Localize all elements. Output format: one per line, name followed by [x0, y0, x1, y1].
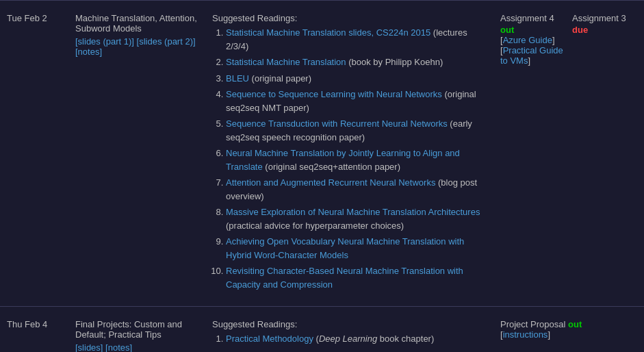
- notes-link-2[interactable]: [notes]: [105, 342, 132, 352]
- reading-item-1-4: Sequence to Sequence Learning with Neura…: [226, 88, 487, 114]
- reading-suffix-1-8: (practical advice for hyperparameter cho…: [226, 221, 404, 231]
- reading-suffix-1-3: (original paper): [252, 73, 311, 84]
- readings-col-1: Suggested Readings: Statistical Machine …: [205, 8, 493, 299]
- readings-list-2: Practical Methodology (Deep Learning boo…: [212, 332, 487, 346]
- reading-item-1-6: Neural Machine Translation by Jointly Le…: [226, 147, 487, 173]
- readings-list-1: Statistical Machine Translation slides, …: [212, 26, 487, 291]
- topic-links-1: [slides (part 1)] [slides (part 2)] [not…: [75, 36, 198, 57]
- reading-link-1-4[interactable]: Sequence to Sequence Learning with Neura…: [226, 89, 442, 99]
- practical-guide-link[interactable]: Practical Guide to VMs: [500, 45, 563, 66]
- reading-item-1-5: Sequence Transduction with Recurrent Neu…: [226, 117, 487, 144]
- schedule-row-1: Tue Feb 2 Machine Translation, Attention…: [0, 0, 644, 306]
- reading-link-1-5[interactable]: Sequence Transduction with Recurrent Neu…: [226, 118, 448, 129]
- readings-header-1: Suggested Readings:: [212, 13, 487, 23]
- instructions-link[interactable]: instructions: [503, 329, 548, 340]
- schedule-table: Tue Feb 2 Machine Translation, Attention…: [0, 0, 644, 352]
- project-proposal-header: Project Proposal: [500, 319, 568, 329]
- reading-link-1-10[interactable]: Revisiting Character-Based Neural Machin…: [226, 266, 463, 290]
- topic-title-2: Final Projects: Custom and Default; Prac…: [75, 319, 198, 340]
- reading-item-1-8: Massive Exploration of Neural Machine Tr…: [226, 205, 487, 232]
- assignment4-col: Assignment 4 out [Azure Guide] [Practica…: [500, 13, 565, 294]
- topic-col-2: Final Projects: Custom and Default; Prac…: [68, 314, 205, 352]
- assignment3-col: Assignment 3 due: [572, 13, 637, 294]
- assignments-col-1: Assignment 4 out [Azure Guide] [Practica…: [493, 8, 644, 299]
- assignment3-status: due: [572, 25, 588, 35]
- notes-link-1[interactable]: [notes]: [75, 47, 102, 57]
- slides-part2-link[interactable]: [slides (part 2)]: [137, 36, 196, 47]
- reading-link-1-7[interactable]: Attention and Augmented Recurrent Neural…: [226, 177, 435, 188]
- date-thu-feb4: Thu Feb 4: [0, 314, 68, 352]
- readings-header-2: Suggested Readings:: [212, 319, 487, 329]
- reading-link-1-2[interactable]: Statistical Machine Translation: [226, 57, 346, 67]
- project-proposal-status: out: [568, 319, 582, 329]
- reading-item-1-10: Revisiting Character-Based Neural Machin…: [226, 264, 487, 291]
- topic-links-2: [slides] [notes]: [75, 342, 198, 352]
- reading-link-2-1[interactable]: Practical Methodology: [226, 334, 313, 344]
- reading-suffix-1-6: (original seq2seq+attention paper): [265, 162, 400, 172]
- reading-item-1-1: Statistical Machine Translation slides, …: [226, 26, 487, 53]
- assignment4-header: Assignment 4: [500, 13, 565, 23]
- assignment4-status: out: [500, 25, 514, 35]
- reading-link-1-9[interactable]: Achieving Open Vocabulary Neural Machine…: [226, 236, 464, 260]
- date-tue-feb2: Tue Feb 2: [0, 8, 68, 299]
- azure-guide-link[interactable]: Azure Guide: [503, 35, 552, 45]
- reading-link-1-1[interactable]: Statistical Machine Translation slides, …: [226, 27, 430, 38]
- reading-item-1-9: Achieving Open Vocabulary Neural Machine…: [226, 235, 487, 262]
- slides-link-2[interactable]: [slides]: [75, 342, 103, 352]
- reading-item-1-7: Attention and Augmented Recurrent Neural…: [226, 176, 487, 203]
- reading-suffix-1-2: (book by Philipp Koehn): [348, 57, 443, 67]
- schedule-row-2: Thu Feb 4 Final Projects: Custom and Def…: [0, 306, 644, 352]
- topic-col-1: Machine Translation, Attention, Subword …: [68, 8, 205, 299]
- reading-item-1-3: BLEU (original paper): [226, 72, 487, 86]
- reading-link-1-3[interactable]: BLEU: [226, 73, 249, 84]
- assignment3-header: Assignment 3: [572, 13, 637, 23]
- reading-item-2-1: Practical Methodology (Deep Learning boo…: [226, 332, 487, 346]
- project-proposal-section: Project Proposal out [instructions]: [500, 319, 637, 340]
- readings-col-2: Suggested Readings: Practical Methodolog…: [205, 314, 493, 352]
- slides-part1-link[interactable]: [slides (part 1)]: [75, 36, 134, 47]
- reading-link-1-8[interactable]: Massive Exploration of Neural Machine Tr…: [226, 207, 480, 217]
- assignments-col-2: Project Proposal out [instructions] Defa…: [493, 314, 644, 352]
- reading-suffix-2-1: (Deep Learning book chapter): [316, 334, 435, 344]
- topic-title-1: Machine Translation, Attention, Subword …: [75, 13, 198, 34]
- reading-item-1-2: Statistical Machine Translation (book by…: [226, 55, 487, 69]
